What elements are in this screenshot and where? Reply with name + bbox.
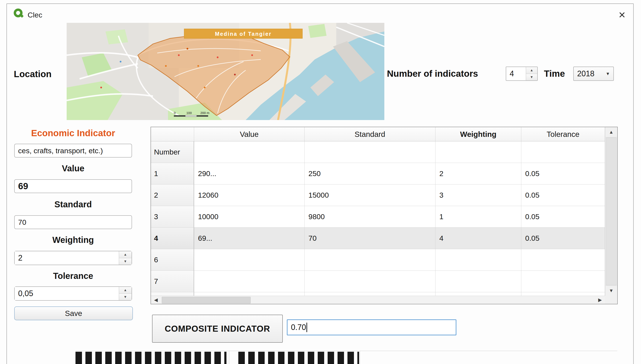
table-cell[interactable]: 290... xyxy=(194,163,304,184)
table-row: 6 xyxy=(151,249,605,271)
text-caret xyxy=(306,322,307,332)
table-cell[interactable]: 2 xyxy=(435,163,521,184)
vertical-scroll-thumb[interactable] xyxy=(606,138,617,285)
time-select[interactable]: 2018 ▼ xyxy=(573,66,614,81)
table-cell[interactable] xyxy=(435,249,521,271)
clipped-text-fragment xyxy=(238,352,359,364)
table-cell[interactable] xyxy=(304,271,435,292)
row-header[interactable]: 6 xyxy=(151,249,194,271)
table-cell[interactable] xyxy=(435,292,521,296)
map-banner: Medina of Tangier xyxy=(184,29,302,38)
weighting-value[interactable]: 2 xyxy=(15,251,119,265)
table-cell[interactable] xyxy=(521,249,605,271)
vertical-scrollbar[interactable]: ▲ ▼ xyxy=(605,127,617,296)
scroll-down-icon[interactable]: ▼ xyxy=(605,286,617,296)
table-cell[interactable]: 0.05 xyxy=(521,206,605,228)
table-cell[interactable]: 1 xyxy=(435,206,521,228)
table-cell[interactable] xyxy=(521,271,605,292)
table-cell[interactable]: 0.05 xyxy=(521,228,605,249)
indicators-table: Value Standard Weighting Tolerance Numbe… xyxy=(151,127,618,304)
num-indicators-spinbox[interactable]: 4 ▲ ▼ xyxy=(506,66,538,81)
standard-label: Standard xyxy=(14,200,132,209)
table-cell[interactable]: 9800 xyxy=(304,206,435,228)
clipped-grid-line xyxy=(229,351,229,364)
chevron-down-icon: ▼ xyxy=(606,71,610,76)
column-header-weighting[interactable]: Weighting xyxy=(435,127,521,142)
row-header[interactable]: Number xyxy=(151,142,194,163)
table-cell[interactable]: 3 xyxy=(435,184,521,206)
indicator-name-input[interactable] xyxy=(14,144,132,158)
save-button[interactable]: Save xyxy=(14,306,133,320)
value-label: Value xyxy=(14,164,132,173)
spin-up-icon[interactable]: ▲ xyxy=(119,287,132,294)
clipped-text-fragment xyxy=(76,352,226,364)
table-cell[interactable]: 12060 xyxy=(194,184,304,206)
scrollbar-corner xyxy=(605,296,617,304)
qgis-app-icon xyxy=(13,8,25,20)
spin-down-icon[interactable]: ▼ xyxy=(119,258,132,265)
table-body: Number1290...25020.052120601500030.05310… xyxy=(151,142,605,296)
table-cell[interactable] xyxy=(521,142,605,163)
table-header-row: Value Standard Weighting Tolerance xyxy=(151,127,605,142)
tolerance-label: Tolerance xyxy=(14,271,132,281)
weighting-spinbox[interactable]: 2 ▲ ▼ xyxy=(14,251,132,265)
table-cell[interactable] xyxy=(521,292,605,296)
spin-up-icon[interactable]: ▲ xyxy=(119,251,132,258)
horizontal-scroll-thumb[interactable] xyxy=(162,297,251,304)
tolerance-value[interactable]: 0,05 xyxy=(15,287,119,300)
table-cell[interactable]: 69... xyxy=(194,228,304,249)
weighting-label: Weighting xyxy=(14,235,132,245)
scroll-left-icon[interactable]: ◀ xyxy=(151,296,161,304)
row-header[interactable]: 2 xyxy=(151,184,194,206)
table-cell[interactable] xyxy=(304,142,435,163)
table-row xyxy=(151,292,605,296)
table-cell[interactable] xyxy=(194,292,304,296)
table-cell[interactable]: 70 xyxy=(304,228,435,249)
num-indicators-value[interactable]: 4 xyxy=(506,67,526,80)
table-cell[interactable]: 0.05 xyxy=(521,184,605,206)
spin-down-icon[interactable]: ▼ xyxy=(526,74,537,80)
table-row: Number xyxy=(151,142,605,163)
value-input[interactable] xyxy=(14,179,132,193)
spin-down-icon[interactable]: ▼ xyxy=(119,294,132,300)
svg-text:100: 100 xyxy=(186,111,192,115)
composite-indicator-button[interactable]: COMPOSITE INDICATOR xyxy=(152,315,283,343)
tolerance-spinbox[interactable]: 0,05 ▲ ▼ xyxy=(14,286,132,301)
time-label: Time xyxy=(544,68,565,79)
table-cell[interactable]: 250 xyxy=(304,163,435,184)
row-header[interactable]: 7 xyxy=(151,271,194,292)
row-header[interactable]: 4 xyxy=(151,228,194,249)
table-cell[interactable] xyxy=(435,271,521,292)
table-row: 469...7040.05 xyxy=(151,228,605,249)
clipped-grid-line xyxy=(76,351,617,351)
table-row: 1290...25020.05 xyxy=(151,163,605,184)
table-cell[interactable] xyxy=(435,142,521,163)
row-header[interactable]: 3 xyxy=(151,206,194,228)
table-row: 7 xyxy=(151,271,605,292)
table-cell[interactable]: 15000 xyxy=(304,184,435,206)
scroll-right-icon[interactable]: ▶ xyxy=(595,296,605,304)
close-icon[interactable]: × xyxy=(614,6,630,23)
horizontal-scrollbar[interactable]: ◀ ▶ xyxy=(151,296,605,304)
table-cell[interactable] xyxy=(194,249,304,271)
table-cell[interactable] xyxy=(194,142,304,163)
map-banner-label: Medina of Tangier xyxy=(215,31,271,37)
column-header-standard[interactable]: Standard xyxy=(304,127,435,142)
composite-indicator-input[interactable]: 0.70 xyxy=(287,320,456,335)
table-cell[interactable] xyxy=(194,271,304,292)
table-cell[interactable]: 10000 xyxy=(194,206,304,228)
column-header-value[interactable]: Value xyxy=(194,127,304,142)
table-cell[interactable] xyxy=(304,249,435,271)
row-header[interactable] xyxy=(151,292,194,296)
table-cell[interactable] xyxy=(304,292,435,296)
row-header[interactable]: 1 xyxy=(151,163,194,184)
spin-up-icon[interactable]: ▲ xyxy=(526,67,537,74)
column-header-tolerance[interactable]: Tolerance xyxy=(521,127,605,142)
scroll-up-icon[interactable]: ▲ xyxy=(605,127,617,137)
table-cell[interactable]: 4 xyxy=(435,228,521,249)
table-cell[interactable]: 0.05 xyxy=(521,163,605,184)
standard-input[interactable] xyxy=(14,215,132,229)
economic-indicator-title: Economic Indicator xyxy=(14,128,132,138)
corner-header[interactable] xyxy=(151,127,194,142)
clipped-grid-line xyxy=(360,351,360,364)
